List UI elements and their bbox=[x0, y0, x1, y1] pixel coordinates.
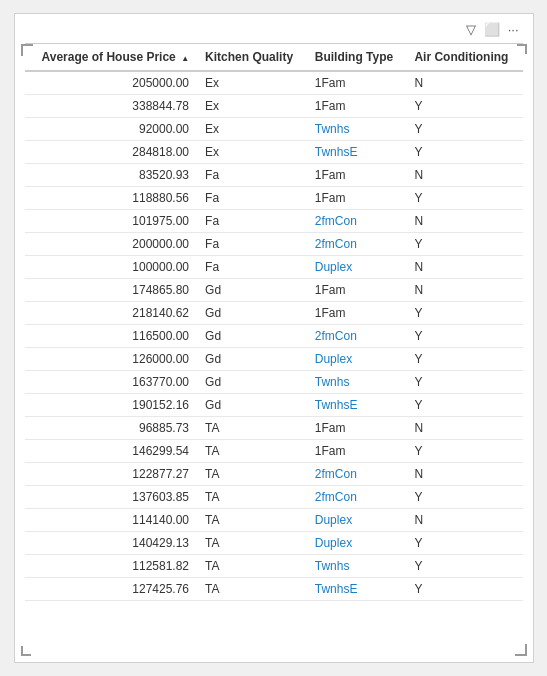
cell-price: 96885.73 bbox=[25, 417, 198, 440]
expand-icon[interactable]: ⬜ bbox=[484, 22, 500, 37]
table-row: 174865.80Gd1FamN bbox=[25, 279, 523, 302]
cell-price: 205000.00 bbox=[25, 71, 198, 95]
table-row: 127425.76TATwnhsEY bbox=[25, 578, 523, 601]
cell-ac: N bbox=[406, 256, 522, 279]
table-row: 92000.00ExTwnhsY bbox=[25, 118, 523, 141]
cell-price: 200000.00 bbox=[25, 233, 198, 256]
cell-kitchen: Gd bbox=[197, 394, 307, 417]
cell-building: 2fmCon bbox=[307, 233, 407, 256]
cell-building: 2fmCon bbox=[307, 486, 407, 509]
table-row: 200000.00Fa2fmConY bbox=[25, 233, 523, 256]
cell-building: TwnhsE bbox=[307, 141, 407, 164]
table-row: 114140.00TADuplexN bbox=[25, 509, 523, 532]
toolbar: ▽ ⬜ ··· bbox=[25, 22, 523, 37]
table-row: 338844.78Ex1FamY bbox=[25, 95, 523, 118]
cell-price: 218140.62 bbox=[25, 302, 198, 325]
cell-ac: Y bbox=[406, 532, 522, 555]
sort-price-icon: ▲ bbox=[181, 54, 189, 63]
cell-price: 190152.16 bbox=[25, 394, 198, 417]
table-row: 101975.00Fa2fmConN bbox=[25, 210, 523, 233]
cell-ac: Y bbox=[406, 187, 522, 210]
table-row: 146299.54TA1FamY bbox=[25, 440, 523, 463]
cell-price: 284818.00 bbox=[25, 141, 198, 164]
table-row: 163770.00GdTwnhsY bbox=[25, 371, 523, 394]
corner-br-left bbox=[21, 646, 31, 656]
cell-price: 338844.78 bbox=[25, 95, 198, 118]
cell-price: 118880.56 bbox=[25, 187, 198, 210]
cell-building: 1Fam bbox=[307, 279, 407, 302]
cell-building: TwnhsE bbox=[307, 394, 407, 417]
cell-kitchen: TA bbox=[197, 555, 307, 578]
cell-ac: N bbox=[406, 71, 522, 95]
cell-building: Duplex bbox=[307, 532, 407, 555]
corner-tr-right bbox=[517, 44, 527, 54]
cell-kitchen: TA bbox=[197, 532, 307, 555]
cell-building: 1Fam bbox=[307, 440, 407, 463]
table-row: 112581.82TATwnhsY bbox=[25, 555, 523, 578]
cell-kitchen: Gd bbox=[197, 302, 307, 325]
cell-ac: Y bbox=[406, 440, 522, 463]
table-row: 122877.27TA2fmConN bbox=[25, 463, 523, 486]
table-row: 205000.00Ex1FamN bbox=[25, 71, 523, 95]
cell-price: 114140.00 bbox=[25, 509, 198, 532]
table-row: 83520.93Fa1FamN bbox=[25, 164, 523, 187]
cell-building: 1Fam bbox=[307, 95, 407, 118]
cell-building: 1Fam bbox=[307, 71, 407, 95]
cell-kitchen: Fa bbox=[197, 256, 307, 279]
cell-price: 122877.27 bbox=[25, 463, 198, 486]
cell-building: 1Fam bbox=[307, 302, 407, 325]
col-header-building[interactable]: Building Type bbox=[307, 44, 407, 72]
cell-building: 1Fam bbox=[307, 417, 407, 440]
cell-building: 2fmCon bbox=[307, 210, 407, 233]
cell-kitchen: TA bbox=[197, 509, 307, 532]
cell-kitchen: TA bbox=[197, 440, 307, 463]
col-header-ac[interactable]: Air Conditioning bbox=[406, 44, 522, 72]
cell-ac: Y bbox=[406, 233, 522, 256]
cell-ac: Y bbox=[406, 141, 522, 164]
cell-kitchen: Fa bbox=[197, 164, 307, 187]
cell-building: 1Fam bbox=[307, 164, 407, 187]
cell-kitchen: TA bbox=[197, 578, 307, 601]
filter-icon[interactable]: ▽ bbox=[466, 22, 476, 37]
cell-kitchen: Ex bbox=[197, 71, 307, 95]
cell-kitchen: Ex bbox=[197, 95, 307, 118]
cell-ac: Y bbox=[406, 302, 522, 325]
table-row: 137603.85TA2fmConY bbox=[25, 486, 523, 509]
cell-building: TwnhsE bbox=[307, 578, 407, 601]
main-container: ▽ ⬜ ··· Average of House Price ▲ Kitchen… bbox=[14, 13, 534, 663]
cell-kitchen: Ex bbox=[197, 141, 307, 164]
cell-building: Duplex bbox=[307, 256, 407, 279]
cell-building: Duplex bbox=[307, 348, 407, 371]
cell-price: 92000.00 bbox=[25, 118, 198, 141]
cell-ac: Y bbox=[406, 555, 522, 578]
cell-kitchen: Gd bbox=[197, 279, 307, 302]
cell-ac: Y bbox=[406, 371, 522, 394]
cell-building: Twnhs bbox=[307, 371, 407, 394]
cell-ac: N bbox=[406, 279, 522, 302]
table-row: 118880.56Fa1FamY bbox=[25, 187, 523, 210]
cell-kitchen: Gd bbox=[197, 325, 307, 348]
table-row: 218140.62Gd1FamY bbox=[25, 302, 523, 325]
cell-price: 83520.93 bbox=[25, 164, 198, 187]
cell-ac: Y bbox=[406, 348, 522, 371]
cell-building: 2fmCon bbox=[307, 463, 407, 486]
cell-ac: Y bbox=[406, 578, 522, 601]
col-header-price[interactable]: Average of House Price ▲ bbox=[25, 44, 198, 72]
table-row: 140429.13TADuplexY bbox=[25, 532, 523, 555]
table-row: 96885.73TA1FamN bbox=[25, 417, 523, 440]
cell-kitchen: Ex bbox=[197, 118, 307, 141]
cell-price: 126000.00 bbox=[25, 348, 198, 371]
cell-building: Duplex bbox=[307, 509, 407, 532]
col-header-kitchen[interactable]: Kitchen Quality bbox=[197, 44, 307, 72]
cell-price: 116500.00 bbox=[25, 325, 198, 348]
cell-price: 163770.00 bbox=[25, 371, 198, 394]
more-icon[interactable]: ··· bbox=[508, 22, 519, 37]
cell-building: 2fmCon bbox=[307, 325, 407, 348]
cell-ac: Y bbox=[406, 325, 522, 348]
cell-ac: N bbox=[406, 210, 522, 233]
table-row: 116500.00Gd2fmConY bbox=[25, 325, 523, 348]
cell-price: 146299.54 bbox=[25, 440, 198, 463]
data-table: Average of House Price ▲ Kitchen Quality… bbox=[25, 43, 523, 601]
table-wrapper: Average of House Price ▲ Kitchen Quality… bbox=[25, 43, 523, 601]
cell-kitchen: Fa bbox=[197, 187, 307, 210]
